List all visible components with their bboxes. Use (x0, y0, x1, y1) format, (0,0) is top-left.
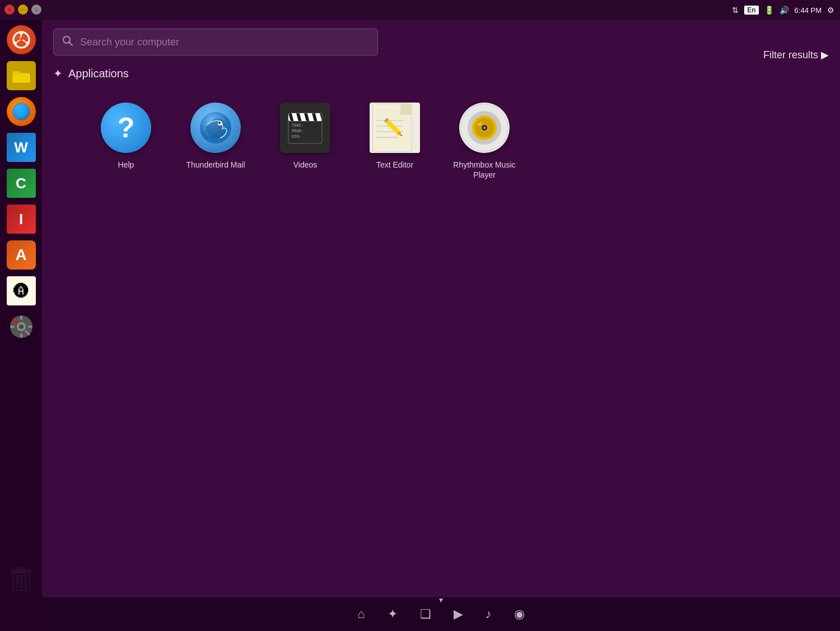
battery-icon[interactable]: 🔋 (764, 6, 774, 15)
app-icon-rhythmbox (459, 103, 510, 153)
apps-grid: ? Help (53, 94, 829, 188)
filter-label: Filter results (763, 49, 818, 61)
bottom-item-files[interactable]: ❑ (420, 607, 431, 621)
sidebar-item-lo-writer[interactable]: W (4, 131, 38, 164)
photos-bottom-icon: ◉ (514, 607, 525, 621)
wrench-gear-icon (9, 314, 34, 339)
bottom-bar: ▼ ⌂ ✦ ❑ ▶ ♪ ◉ (42, 597, 840, 631)
window-controls: × − ○ (4, 4, 41, 15)
app-item-thunderbird[interactable]: Thunderbird Mail (176, 94, 255, 188)
sidebar-item-firefox[interactable]: 🌐 (4, 95, 38, 128)
applications-bottom-icon: ✦ (388, 607, 398, 621)
thunderbird-svg (199, 111, 232, 145)
app-label-videos: Videos (293, 160, 318, 170)
home-arrow-indicator: ▼ (438, 596, 445, 604)
section-header-applications: ✦ Applications (53, 67, 829, 80)
svg-point-30 (218, 122, 221, 124)
firefox-icon: 🌐 (7, 97, 36, 126)
app-icon-videos: TAKE: PROD: DIR: (280, 103, 330, 153)
app-item-videos[interactable]: TAKE: PROD: DIR: Videos (266, 94, 344, 188)
svg-text:DIR:: DIR: (292, 134, 301, 139)
app-item-rhythmbox[interactable]: Rhythmbox Music Player (445, 94, 524, 188)
main-content: Filter results ▶ ✦ Applications ? Help (42, 20, 840, 597)
bottom-item-photos[interactable]: ◉ (514, 607, 525, 621)
bottom-item-applications[interactable]: ✦ (388, 607, 398, 621)
search-bar[interactable] (53, 29, 378, 55)
ubuntu-logo (7, 25, 36, 54)
top-bar: ⇅ En 🔋 🔊 6:44 PM ⚙ (0, 0, 840, 20)
svg-rect-15 (20, 333, 22, 338)
home-icon: ⌂ (357, 607, 365, 621)
maximize-button[interactable]: ○ (31, 4, 41, 15)
svg-rect-17 (28, 326, 32, 328)
svg-point-3 (26, 41, 29, 45)
app-label-texteditor: Text Editor (376, 160, 413, 170)
svg-text:TAKE:: TAKE: (292, 123, 304, 128)
svg-line-5 (17, 40, 20, 42)
top-bar-right: ⇅ En 🔋 🔊 6:44 PM ⚙ (732, 6, 834, 15)
software-center-icon: A (7, 240, 36, 270)
sort-icon[interactable]: ⇅ (732, 6, 739, 15)
sidebar-item-system-config[interactable] (4, 310, 38, 344)
media-bottom-icon: ▶ (454, 607, 463, 621)
sidebar-item-amazon[interactable]: 🅐 (4, 274, 38, 308)
filter-results-button[interactable]: Filter results ▶ (763, 49, 829, 61)
search-magnifier (62, 35, 73, 47)
ubuntu-icon (12, 31, 30, 49)
svg-rect-9 (12, 74, 30, 83)
bottom-item-home[interactable]: ⌂ (357, 607, 365, 621)
svg-line-4 (20, 35, 21, 38)
lo-writer-icon: W (7, 133, 36, 162)
files-icon (7, 61, 36, 90)
app-label-help: Help (118, 160, 134, 170)
music-bottom-icon: ♪ (486, 607, 492, 621)
section-title-applications: Applications (68, 67, 129, 80)
text-editor-svg (370, 103, 420, 153)
minimize-button[interactable]: − (18, 4, 28, 15)
svg-line-27 (69, 43, 72, 45)
bottom-item-media[interactable]: ▶ (454, 607, 463, 621)
app-label-rhythmbox: Rhythmbox Music Player (451, 160, 518, 180)
volume-icon[interactable]: 🔊 (780, 6, 789, 15)
settings-icon[interactable]: ⚙ (827, 6, 834, 15)
app-icon-texteditor (370, 103, 420, 153)
rhythmbox-svg (460, 104, 508, 152)
files-bottom-icon: ❑ (420, 607, 431, 621)
svg-text:PROD:: PROD: (292, 129, 304, 133)
svg-point-2 (13, 41, 17, 45)
keyboard-indicator[interactable]: En (744, 6, 758, 15)
applications-section-icon: ✦ (53, 67, 63, 80)
svg-rect-14 (20, 316, 22, 320)
sidebar-item-lo-calc[interactable]: C (4, 166, 38, 200)
sidebar-item-software-center[interactable]: A (4, 238, 38, 272)
svg-rect-10 (12, 71, 20, 75)
rhythmbox-circle-icon (459, 103, 510, 153)
system-config-icon (7, 312, 36, 341)
search-input[interactable] (80, 36, 369, 48)
clapperboard-svg: TAKE: PROD: DIR: (285, 108, 325, 148)
clock: 6:44 PM (795, 6, 822, 15)
amazon-icon: 🅐 (7, 276, 36, 305)
sidebar-item-ubuntu[interactable] (4, 23, 38, 57)
svg-point-13 (19, 324, 24, 329)
app-item-texteditor[interactable]: Text Editor (356, 94, 434, 188)
help-circle-icon: ? (101, 103, 151, 153)
sidebar: 🌐 W C I A 🅐 (0, 20, 42, 631)
sidebar-item-files[interactable] (4, 59, 38, 92)
texteditor-document-icon (370, 103, 420, 153)
app-item-help[interactable]: ? Help (87, 94, 165, 188)
sidebar-item-lo-impress[interactable]: I (4, 202, 38, 236)
svg-rect-16 (10, 326, 15, 328)
bottom-item-music[interactable]: ♪ (486, 607, 492, 621)
svg-point-26 (63, 36, 70, 43)
clapperboard-icon: TAKE: PROD: DIR: (280, 103, 330, 153)
svg-line-6 (22, 40, 26, 42)
close-button[interactable]: × (4, 4, 15, 15)
filter-arrow-icon: ▶ (821, 49, 829, 61)
search-icon (62, 35, 73, 49)
app-label-thunderbird: Thunderbird Mail (186, 160, 245, 170)
svg-point-1 (20, 31, 23, 35)
app-icon-help: ? (101, 103, 151, 153)
thunderbird-circle-icon (190, 103, 241, 153)
lo-impress-icon: I (7, 205, 36, 234)
